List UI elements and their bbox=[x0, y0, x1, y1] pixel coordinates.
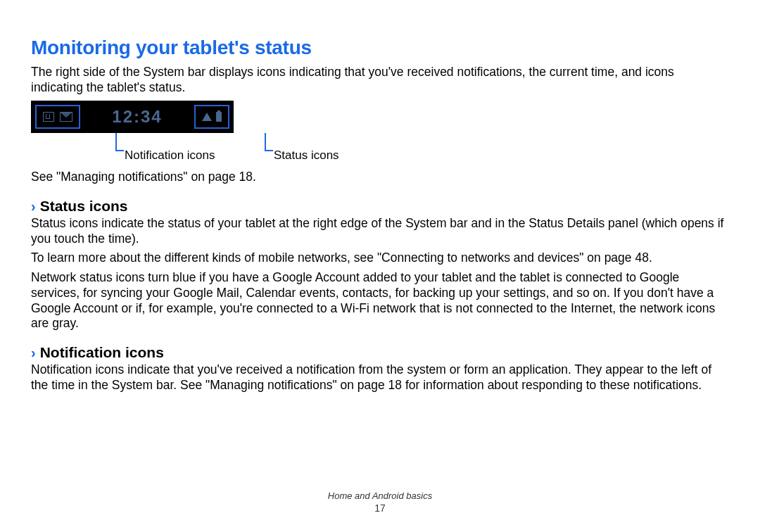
wifi-icon bbox=[202, 113, 212, 121]
callout-leader-notification bbox=[115, 133, 117, 151]
notification-paragraph-1: Notification icons indicate that you've … bbox=[31, 362, 729, 393]
manual-page: Monitoring your tablet's status The righ… bbox=[0, 0, 760, 532]
callout-leader-status bbox=[265, 133, 266, 151]
callout-label-status: Status icons bbox=[274, 148, 339, 163]
cross-reference: See "Managing notifications" on page 18. bbox=[31, 170, 729, 185]
status-icons-group bbox=[194, 105, 229, 129]
app-notification-icon bbox=[43, 112, 54, 122]
system-bar: 12:34 bbox=[31, 101, 234, 133]
intro-paragraph: The right side of the System bar display… bbox=[31, 65, 729, 95]
subsection-title: Status icons bbox=[40, 198, 128, 215]
footer-chapter: Home and Android basics bbox=[328, 490, 432, 501]
status-paragraph-3: Network status icons turn blue if you ha… bbox=[31, 270, 729, 331]
system-bar-figure: 12:34 Notification icons Status icons bbox=[31, 101, 729, 165]
mail-icon bbox=[60, 112, 72, 122]
notification-icons-group bbox=[35, 105, 80, 129]
status-paragraph-2: To learn more about the different kinds … bbox=[31, 251, 729, 266]
status-paragraph-1: Status icons indicate the status of your… bbox=[31, 216, 729, 246]
footer-page-number: 17 bbox=[0, 502, 760, 514]
subsection-status-icons: › Status icons bbox=[31, 198, 729, 215]
page-title: Monitoring your tablet's status bbox=[31, 37, 729, 59]
page-footer: Home and Android basics 17 bbox=[0, 490, 760, 514]
clock-display: 12:34 bbox=[84, 107, 190, 127]
chevron-right-icon: › bbox=[31, 199, 36, 213]
subsection-notification-icons: › Notification icons bbox=[31, 344, 729, 361]
battery-icon bbox=[216, 112, 222, 122]
figure-callouts: Notification icons Status icons bbox=[31, 133, 327, 165]
callout-label-notification: Notification icons bbox=[125, 148, 215, 163]
subsection-title: Notification icons bbox=[40, 344, 164, 361]
chevron-right-icon: › bbox=[31, 346, 36, 360]
